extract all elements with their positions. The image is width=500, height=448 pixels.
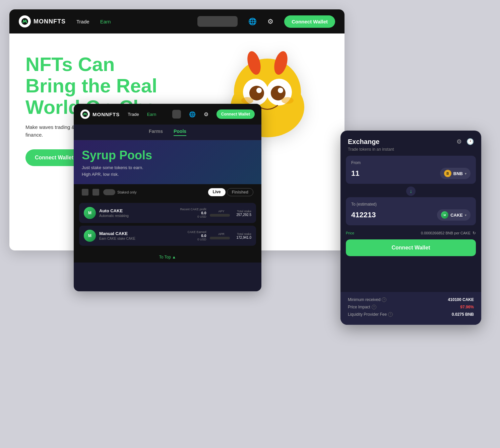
price-val: 0.0000266852 BNB per CAKE: [421, 231, 471, 235]
pools-nav-earn[interactable]: Earn: [147, 112, 156, 117]
tab-farms[interactable]: Farms: [149, 129, 163, 136]
pools-logo: MONNFTS: [80, 109, 120, 119]
landing-navbar: MONNFTS Trade Earn 🌐 ⚙ Connect Wallet: [9, 9, 345, 33]
globe-icon[interactable]: 🌐: [248, 17, 257, 25]
swap-to-box: To (estimated) M CAKE ▾: [346, 197, 476, 225]
pool-name-auto-cake: Auto CAKE: [99, 208, 177, 213]
pool-item-auto-cake: M Auto CAKE Automatic restaking Recent C…: [79, 203, 256, 223]
price-impact-val: 97.96%: [460, 305, 474, 309]
apy-bar: [210, 214, 230, 217]
pools-card: MONNFTS Trade Earn 🌐 ⚙ Connect Wallet Fa…: [74, 104, 261, 291]
exchange-history-icon[interactable]: 🕐: [466, 138, 474, 145]
pool-apr-manual-cake: APR: [210, 232, 233, 239]
pill-finished[interactable]: Finished: [227, 188, 253, 196]
grid-view-icon[interactable]: [82, 189, 88, 196]
pool-total-manual-cake: Total stake 172,941.0: [237, 232, 252, 239]
exchange-connect-wallet-button[interactable]: Connect Wallet: [346, 239, 476, 256]
lp-fee-info-icon[interactable]: ?: [388, 312, 393, 317]
swap-direction-button[interactable]: ↓: [406, 186, 416, 196]
lp-fee-row: Liquidity Provider Fee ? 0.0275 BNB: [348, 312, 474, 317]
pool-icon-manual-cake: M: [84, 230, 96, 242]
pools-gear-icon[interactable]: ⚙: [204, 111, 208, 118]
pools-connect-wallet-button[interactable]: Connect Wallet: [216, 109, 255, 119]
price-label: Price: [346, 231, 354, 235]
logo-icon: [19, 15, 31, 27]
svg-point-9: [256, 88, 262, 93]
pools-hero-sub: Just stake some tokens to earn. High APR…: [82, 164, 253, 177]
pools-globe-icon[interactable]: 🌐: [189, 111, 196, 118]
from-amount-input[interactable]: [351, 169, 405, 178]
price-val-group: 0.0000266852 BNB per CAKE ↻: [421, 231, 476, 235]
min-received-row: Minimum received ? 410100 CAKE: [348, 297, 474, 302]
exchange-card: Exchange Trade tokens in an instant ⚙ 🕐 …: [340, 131, 481, 325]
exchange-header-icons: ⚙ 🕐: [456, 138, 474, 145]
apr-bar: [210, 237, 230, 239]
lp-fee-val: 0.0275 BNB: [452, 312, 474, 317]
live-finished-pills: Live Finished: [208, 188, 253, 196]
price-impact-label-group: Price Impact ?: [348, 305, 376, 309]
pools-navbar: MONNFTS Trade Earn 🌐 ⚙ Connect Wallet: [74, 104, 261, 125]
swap-from-box: From B BNB ▾: [346, 156, 476, 184]
exchange-subtitle: Trade tokens in an instant: [348, 147, 394, 152]
exchange-title-group: Exchange Trade tokens in an instant: [348, 138, 394, 152]
from-token-selector[interactable]: B BNB ▾: [440, 168, 471, 179]
pool-icon-auto-cake: M: [84, 207, 96, 219]
to-top-link[interactable]: To Top ▲: [159, 255, 176, 259]
from-token-chevron: ▾: [465, 172, 466, 175]
pools-tabs: Farms Pools: [74, 125, 261, 140]
landing-nav-trade[interactable]: Trade: [76, 19, 89, 24]
refresh-icon[interactable]: ↻: [473, 231, 476, 235]
to-token-name: CAKE: [450, 213, 463, 218]
landing-connect-wallet-button[interactable]: Connect Wallet: [284, 15, 335, 28]
to-token-chevron: ▾: [465, 213, 466, 217]
price-impact-row: Price Impact ? 97.96%: [348, 305, 474, 309]
pool-name-manual-cake: Manual CAKE: [99, 231, 184, 236]
landing-logo: MONNFTS: [19, 15, 66, 27]
exchange-gear-icon[interactable]: ⚙: [456, 138, 462, 145]
pool-info-auto-cake: Auto CAKE Automatic restaking: [99, 208, 177, 218]
exchange-title: Exchange: [348, 138, 394, 146]
price-impact-info-icon[interactable]: ?: [372, 305, 376, 309]
pool-profit-manual-cake: CAKE Earned 0.0 0 USD: [187, 230, 206, 241]
to-amount-input[interactable]: [351, 211, 405, 219]
min-received-info-icon[interactable]: ?: [382, 297, 386, 302]
exchange-body: From B BNB ▾ ↓ To (estimated) M CAKE: [340, 156, 481, 292]
pools-hero: Syrup Pools Just stake some tokens to ea…: [74, 140, 261, 184]
toggle-switch[interactable]: [103, 189, 115, 195]
pool-desc-auto-cake: Automatic restaking: [99, 214, 177, 218]
to-label: To (estimated): [351, 202, 471, 207]
to-row: M CAKE ▾: [351, 209, 471, 221]
pools-logo-icon: [80, 109, 90, 119]
pools-footer: To Top ▲: [74, 251, 261, 263]
svg-point-10: [278, 88, 283, 93]
list-view-icon[interactable]: [92, 189, 99, 196]
pools-controls: Staked only Live Finished: [74, 184, 261, 200]
pill-live[interactable]: Live: [208, 188, 226, 196]
to-token-selector[interactable]: M CAKE ▾: [437, 209, 471, 221]
price-row: Price 0.0000266852 BNB per CAKE ↻: [346, 228, 476, 238]
pool-profit-auto-cake: Recent CAKE profit 0.0 0 USD: [180, 208, 206, 218]
pool-apy-auto-cake: APY: [210, 210, 233, 217]
exchange-header: Exchange Trade tokens in an instant ⚙ 🕐: [340, 131, 481, 156]
pools-nav-trade[interactable]: Trade: [128, 112, 139, 117]
landing-nav-earn[interactable]: Earn: [100, 19, 111, 24]
from-token-name: BNB: [453, 171, 463, 176]
lp-fee-label-group: Liquidity Provider Fee ?: [348, 312, 393, 317]
pools-hero-title: Syrup Pools: [82, 148, 253, 162]
swap-arrow-wrap: ↓: [346, 186, 476, 196]
pools-list: M Auto CAKE Automatic restaking Recent C…: [74, 200, 261, 251]
cake-token-icon: M: [441, 211, 448, 219]
svg-point-12: [282, 97, 294, 104]
pool-total-auto-cake: Total stake 257,292.5: [237, 210, 252, 217]
pool-info-manual-cake: Manual CAKE Earn CAKE stake CAKE: [99, 231, 184, 240]
min-received-label-group: Minimum received ?: [348, 297, 386, 302]
pools-logo-text: MONNFTS: [92, 111, 120, 117]
landing-logo-text: MONNFTS: [34, 18, 66, 25]
gear-icon[interactable]: ⚙: [267, 17, 273, 25]
staked-only-toggle: Staked only: [103, 189, 136, 195]
min-received-val: 410100 CAKE: [448, 297, 474, 302]
pools-search-box: [172, 110, 181, 119]
svg-point-11: [241, 97, 253, 104]
tab-pools[interactable]: Pools: [174, 129, 186, 136]
exchange-details: Minimum received ? 410100 CAKE Price Imp…: [340, 292, 481, 325]
